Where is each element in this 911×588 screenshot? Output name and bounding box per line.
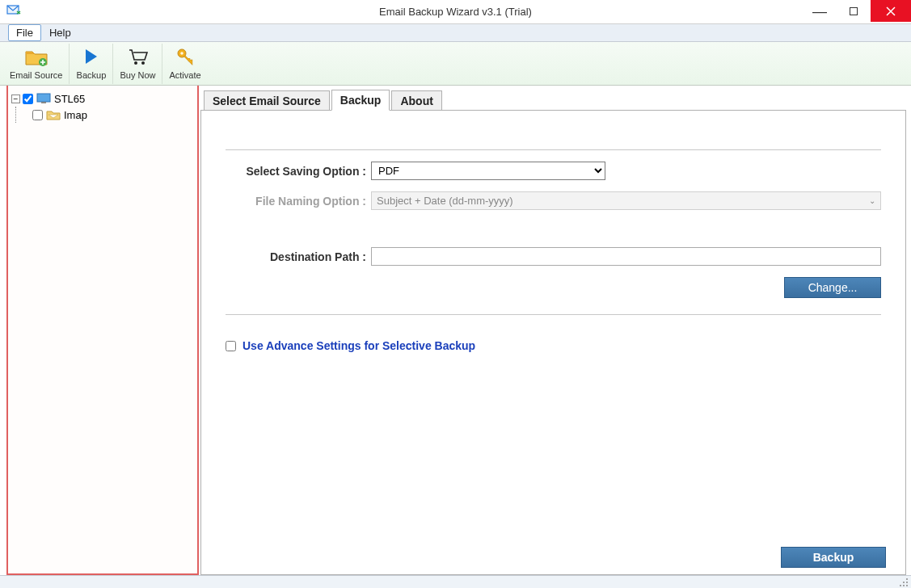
toolbar-label: Email Source <box>10 70 62 80</box>
resize-grip-icon[interactable] <box>898 577 909 588</box>
advance-settings-row: Use Advance Settings for Selective Backu… <box>226 339 881 352</box>
toolbar-buy-now[interactable]: Buy Now <box>113 44 162 84</box>
tree-root-label: STL65 <box>54 93 85 105</box>
folder-tree-panel: − STL65 Imap <box>6 86 199 575</box>
folder-tree: − STL65 Imap <box>11 90 194 123</box>
svg-point-10 <box>906 582 908 583</box>
advance-settings-checkbox[interactable] <box>226 341 236 351</box>
cart-icon <box>127 47 148 69</box>
tree-root-checkbox[interactable] <box>23 94 33 104</box>
naming-option-row: File Naming Option : Subject + Date (dd-… <box>226 191 881 210</box>
saving-option-label: Select Saving Option : <box>226 165 371 178</box>
content-area: Select Email Source Backup About Select … <box>199 86 911 575</box>
close-button[interactable] <box>871 0 911 22</box>
tab-backup[interactable]: Backup <box>331 90 390 111</box>
divider <box>226 314 881 315</box>
svg-rect-6 <box>37 94 50 102</box>
svg-rect-7 <box>41 102 46 103</box>
destination-input[interactable] <box>371 247 881 266</box>
change-button[interactable]: Change... <box>784 277 881 298</box>
menu-bar: File Help <box>0 24 911 42</box>
tree-collapse-icon[interactable]: − <box>11 94 20 103</box>
backup-button[interactable]: Backup <box>781 547 886 568</box>
toolbar-label: Backup <box>77 70 107 80</box>
menu-help[interactable]: Help <box>41 24 79 41</box>
toolbar-label: Buy Now <box>120 70 155 80</box>
svg-point-8 <box>906 578 908 580</box>
svg-point-9 <box>903 582 905 583</box>
app-icon <box>6 4 21 19</box>
svg-point-2 <box>134 61 137 65</box>
window-title: Email Backup Wizard v3.1 (Trial) <box>379 6 532 18</box>
toolbar-activate[interactable]: Activate <box>162 44 207 84</box>
naming-option-select[interactable]: Subject + Date (dd-mm-yyyy) ⌄ <box>371 191 881 210</box>
maximize-button[interactable] <box>837 0 871 22</box>
backup-panel: Select Saving Option : PDF File Naming O… <box>200 110 906 575</box>
backup-button-container: Backup <box>781 547 886 568</box>
naming-option-label: File Naming Option : <box>226 195 371 208</box>
status-bar <box>0 575 911 588</box>
window-controls: — <box>803 0 911 22</box>
toolbar-email-source[interactable]: Email Source <box>3 44 70 84</box>
tree-root-row[interactable]: − STL65 <box>11 90 194 107</box>
destination-row: Destination Path : <box>226 247 881 266</box>
tab-select-email-source[interactable]: Select Email Source <box>204 90 330 111</box>
play-icon <box>82 47 100 69</box>
title-bar: Email Backup Wizard v3.1 (Trial) — <box>0 0 911 24</box>
tree-child-row[interactable]: Imap <box>32 107 194 123</box>
naming-option-value: Subject + Date (dd-mm-yyyy) <box>377 195 513 207</box>
svg-point-13 <box>906 585 908 586</box>
mail-folder-icon <box>46 109 61 120</box>
tree-child-checkbox[interactable] <box>32 110 43 120</box>
saving-option-row: Select Saving Option : PDF <box>226 162 881 180</box>
main-area: − STL65 Imap Select Email Source <box>0 86 911 575</box>
divider <box>226 149 881 150</box>
toolbar-backup[interactable]: Backup <box>70 44 113 84</box>
menu-file[interactable]: File <box>8 24 41 41</box>
tab-bar: Select Email Source Backup About <box>204 89 906 110</box>
tab-about[interactable]: About <box>391 90 441 111</box>
destination-label: Destination Path : <box>226 250 371 263</box>
advance-settings-label[interactable]: Use Advance Settings for Selective Backu… <box>243 339 475 352</box>
monitor-icon <box>36 93 51 104</box>
chevron-down-icon: ⌄ <box>869 196 875 205</box>
svg-point-5 <box>180 52 183 55</box>
saving-option-select[interactable]: PDF <box>371 162 605 180</box>
tree-child-label: Imap <box>64 109 87 121</box>
key-icon <box>175 47 195 69</box>
folder-plus-icon <box>24 47 49 69</box>
change-button-row: Change... <box>226 277 881 298</box>
svg-point-3 <box>141 61 145 65</box>
svg-point-12 <box>903 585 905 586</box>
toolbar-label: Activate <box>169 70 200 80</box>
minimize-button[interactable]: — <box>803 0 837 22</box>
toolbar: Email Source Backup Buy Now Activate <box>0 42 911 86</box>
svg-point-11 <box>900 585 901 586</box>
